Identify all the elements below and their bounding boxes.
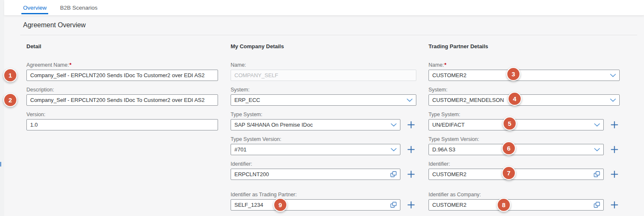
agreement-name-label: Agreement Name:* <box>26 62 218 68</box>
tab-b2b-scenarios[interactable]: B2B Scenarios <box>56 0 101 15</box>
partner-system-select[interactable]: CUSTOMER2_MENDELSON <box>428 94 620 106</box>
plus-icon <box>408 146 415 153</box>
chevron-down-icon[interactable] <box>407 99 413 102</box>
field-company-system: System: ERP_ECC <box>231 86 416 106</box>
tab-overview-label: Overview <box>23 5 47 11</box>
company-name-label: Name: <box>231 62 416 68</box>
identifier-as-company-input[interactable] <box>428 199 604 211</box>
description-input[interactable] <box>26 94 218 106</box>
agreement-overview-screen: Overview B2B Scenarios Agreement Overvie… <box>0 0 644 216</box>
company-identifier-input[interactable] <box>231 169 400 180</box>
tab-overview[interactable]: Overview <box>19 0 51 15</box>
agreement-name-input[interactable] <box>26 70 218 81</box>
field-partner-type-system: Type System: UN/EDIFACT 5 <box>428 111 620 130</box>
agreement-name-input-field[interactable] <box>30 72 214 78</box>
annotation-badge-6: 6 <box>502 141 516 155</box>
detail-column: Detail Agreement Name:* 1 Description: <box>26 43 218 136</box>
annotation-badge-2: 2 <box>3 93 17 107</box>
chevron-down-icon[interactable] <box>594 148 600 151</box>
plus-icon <box>408 171 415 178</box>
company-heading: My Company Details <box>231 43 416 50</box>
field-description: Description: 2 <box>26 86 218 106</box>
content-area: Agreement Overview Detail Agreement Name… <box>4 16 644 216</box>
version-input-field[interactable] <box>30 122 214 128</box>
field-company-identifier: Identifier: <box>231 161 416 180</box>
annotation-badge-8: 8 <box>497 198 511 212</box>
company-type-system-version-select[interactable]: #701 <box>231 144 400 155</box>
copy-icon[interactable] <box>390 171 397 177</box>
identifier-as-trading-partner-input[interactable] <box>231 199 400 211</box>
company-identifier-input-field[interactable] <box>234 171 388 177</box>
field-identifier-as-trading-partner: Identifier as Trading Partner: 9 <box>231 191 416 211</box>
field-company-name: Name: <box>231 62 416 81</box>
partner-name-label: Name:* <box>428 62 620 68</box>
annotation-badge-5: 5 <box>503 117 517 130</box>
page-title: Agreement Overview <box>23 21 86 29</box>
field-partner-identifier: Identifier: 7 <box>428 161 620 180</box>
field-partner-system: System: CUSTOMER2_MENDELSON 4 <box>428 86 620 106</box>
tab-b2b-scenarios-label: B2B Scenarios <box>60 5 97 11</box>
required-marker: * <box>444 62 447 68</box>
annotation-badge-7: 7 <box>502 166 516 180</box>
copy-icon[interactable] <box>390 202 397 208</box>
chevron-down-icon[interactable] <box>594 123 600 127</box>
partner-type-system-label: Type System: <box>428 111 620 118</box>
identifier-as-trading-partner-label: Identifier as Trading Partner: <box>231 191 416 198</box>
chevron-down-icon[interactable] <box>610 99 616 102</box>
company-type-system-label: Type System: <box>231 111 416 118</box>
company-system-select[interactable]: ERP_ECC <box>231 94 416 106</box>
identifier-as-company-input-field[interactable] <box>432 202 591 208</box>
add-partner-type-system-version-button[interactable] <box>609 144 620 155</box>
plus-icon <box>408 201 415 208</box>
add-type-system-button[interactable] <box>405 119 416 130</box>
left-edge-marker <box>0 162 1 167</box>
chevron-down-icon[interactable] <box>391 123 397 127</box>
detail-heading: Detail <box>26 43 218 50</box>
field-partner-name: Name:* CUSTOMER2 3 <box>428 62 620 81</box>
annotation-badge-4: 4 <box>508 92 522 106</box>
company-type-system-select[interactable]: SAP S/4HANA On Premise IDoc <box>231 119 400 130</box>
partner-column: Trading Partner Details Name:* CUSTOMER2… <box>428 43 620 216</box>
description-label: Description: <box>26 86 218 93</box>
field-version: Version: <box>26 111 218 130</box>
plus-icon <box>611 201 618 208</box>
version-label: Version: <box>26 111 218 118</box>
description-input-field[interactable] <box>30 97 214 103</box>
add-partner-identifier-button[interactable] <box>609 169 620 180</box>
partner-name-select[interactable]: CUSTOMER2 <box>428 70 620 81</box>
field-partner-type-system-version: Type System Version: D.96A S3 6 <box>428 136 620 155</box>
company-type-system-version-label: Type System Version: <box>231 136 416 143</box>
partner-identifier-input[interactable] <box>428 169 604 180</box>
chevron-down-icon[interactable] <box>610 74 616 77</box>
required-marker: * <box>69 62 71 68</box>
company-system-label: System: <box>231 86 416 93</box>
partner-type-system-version-label: Type System Version: <box>428 136 620 143</box>
tab-bar: Overview B2B Scenarios <box>4 0 644 16</box>
company-name-input <box>231 70 416 81</box>
annotation-badge-9: 9 <box>273 198 287 212</box>
field-agreement-name: Agreement Name:* 1 <box>26 62 218 81</box>
identifier-as-trading-partner-input-field[interactable] <box>234 202 388 208</box>
partner-identifier-label: Identifier: <box>428 161 620 167</box>
plus-icon <box>611 171 618 178</box>
plus-icon <box>408 121 415 128</box>
company-identifier-label: Identifier: <box>231 161 416 167</box>
add-identifier-button[interactable] <box>405 169 416 180</box>
add-type-system-version-button[interactable] <box>405 144 416 155</box>
plus-icon <box>611 121 618 128</box>
annotation-badge-3: 3 <box>506 67 520 81</box>
chevron-down-icon[interactable] <box>391 148 397 151</box>
partner-type-system-version-select[interactable]: D.96A S3 <box>428 144 604 155</box>
add-partner-type-system-button[interactable] <box>609 119 620 130</box>
plus-icon <box>611 146 618 153</box>
add-identifier-as-company-button[interactable] <box>609 199 620 211</box>
company-column: My Company Details Name: System: ERP_ECC <box>231 43 416 216</box>
version-input[interactable] <box>26 119 218 130</box>
field-identifier-as-company: Identifier as Company: 8 <box>428 191 620 211</box>
partner-heading: Trading Partner Details <box>428 43 620 50</box>
copy-icon[interactable] <box>594 202 600 208</box>
copy-icon[interactable] <box>594 171 600 177</box>
add-identifier-as-trading-partner-button[interactable] <box>405 199 416 211</box>
left-edge-strip <box>0 0 4 216</box>
identifier-as-company-label: Identifier as Company: <box>428 191 620 198</box>
